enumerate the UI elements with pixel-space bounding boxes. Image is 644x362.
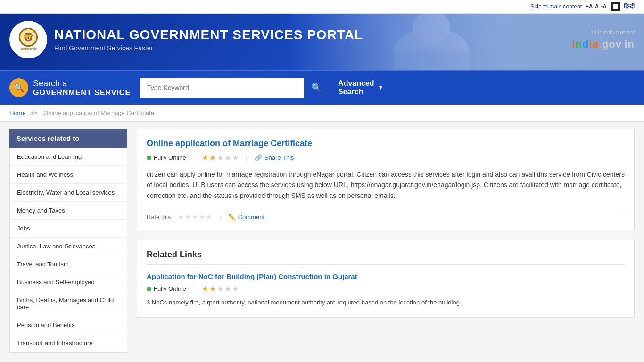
main-layout: Services related to Education and Learni… bbox=[0, 122, 644, 360]
hindi-link[interactable]: हिन्दी bbox=[624, 3, 635, 10]
breadcrumb: Home >> Online application of Marriage C… bbox=[0, 105, 644, 122]
sidebar-item-justice[interactable]: Justice, Law and Grievances bbox=[10, 238, 127, 255]
site-header: 🦁 सत्यमेव जयते NATIONAL GOVERNMENT SERVI… bbox=[0, 14, 644, 70]
related-star-3[interactable]: ★ bbox=[217, 284, 223, 293]
rate-star-5[interactable]: ★ bbox=[206, 213, 212, 221]
sidebar-item-transport[interactable]: Transport and Infrastructure bbox=[10, 334, 127, 352]
related-star-1[interactable]: ★ bbox=[202, 284, 208, 293]
sidebar-item-electricity[interactable]: Electricity, Water and Local services bbox=[10, 184, 127, 202]
header-logo-area: 🦁 सत्यमेव जयते NATIONAL GOVERNMENT SERVI… bbox=[9, 21, 363, 58]
sidebar-item-births[interactable]: Births, Deaths, Marriages and Child care bbox=[10, 291, 127, 316]
site-title-area: NATIONAL GOVERNMENT SERVICES PORTAL Find… bbox=[54, 27, 363, 52]
site-title: NATIONAL GOVERNMENT SERVICES PORTAL bbox=[54, 27, 363, 42]
rate-star-4[interactable]: ★ bbox=[199, 213, 205, 221]
related-star-5[interactable]: ★ bbox=[232, 284, 239, 293]
search-label-text: Search a GOVERNMENT SERVICE bbox=[33, 79, 131, 97]
related-item-1: Application for NoC for Building (Plan) … bbox=[147, 272, 625, 308]
related-links-title: Related Links bbox=[147, 250, 625, 265]
related-item-1-meta: Fully Online | ★ ★ ★ ★ ★ bbox=[147, 284, 625, 293]
ashoka-emblem: 🦁 bbox=[19, 28, 38, 47]
related-star-4[interactable]: ★ bbox=[224, 284, 231, 293]
status-text: Fully Online bbox=[154, 154, 186, 161]
india-gov-logo: india.gov.in bbox=[572, 38, 635, 50]
sidebar-item-health[interactable]: Health and Wellness bbox=[10, 166, 127, 184]
sidebar-item-travel[interactable]: Travel and Tourism bbox=[10, 255, 127, 273]
sidebar-list: Education and Learning Health and Wellne… bbox=[9, 148, 127, 353]
rate-star-1[interactable]: ★ bbox=[178, 213, 184, 221]
search-label-area: 🔍 Search a GOVERNMENT SERVICE bbox=[9, 78, 131, 97]
share-icon: 🔗 bbox=[255, 154, 262, 161]
search-bar: 🔍 Search a GOVERNMENT SERVICE 🔍 Advanced… bbox=[0, 70, 644, 105]
advanced-search-button[interactable]: AdvancedSearch ▼ bbox=[338, 79, 383, 96]
service-stars: ★ ★ ★ ★ ★ bbox=[202, 153, 239, 162]
sidebar-item-education[interactable]: Education and Learning bbox=[10, 148, 127, 166]
related-links-section: Related Links Application for NoC for Bu… bbox=[137, 240, 635, 318]
related-item-1-title[interactable]: Application for NoC for Building (Plan) … bbox=[147, 272, 625, 280]
sidebar-item-money[interactable]: Money and Taxes bbox=[10, 202, 127, 220]
sidebar-item-pension[interactable]: Pension and Benefits bbox=[10, 316, 127, 334]
font-normal[interactable]: A bbox=[595, 3, 599, 10]
rate-section: Rate this ★ ★ ★ ★ ★ | ✏️ Comment bbox=[147, 208, 625, 221]
related-star-2[interactable]: ★ bbox=[209, 284, 216, 293]
star-2[interactable]: ★ bbox=[209, 153, 216, 162]
star-3[interactable]: ★ bbox=[217, 153, 223, 162]
related-status-dot bbox=[147, 287, 151, 291]
related-meta-divider: | bbox=[193, 285, 195, 293]
meta-divider-2: | bbox=[246, 154, 248, 162]
search-a-text: Search a bbox=[33, 79, 131, 89]
search-button[interactable]: 🔍 bbox=[304, 78, 329, 98]
government-logo: 🦁 सत्यमेव जयते bbox=[9, 21, 47, 58]
comment-label: Comment bbox=[238, 214, 264, 221]
sidebar-item-jobs[interactable]: Jobs bbox=[10, 220, 127, 238]
header-right-logo: an initiative under india.gov.in bbox=[572, 29, 635, 50]
emblem-text: सत्यमेव जयते bbox=[21, 48, 36, 51]
sidebar-header: Services related to bbox=[9, 129, 127, 148]
status-dot-green bbox=[147, 156, 151, 160]
search-input[interactable] bbox=[140, 78, 304, 98]
advanced-search-label: AdvancedSearch bbox=[338, 79, 374, 96]
search-magnifier-icon: 🔍 bbox=[14, 82, 24, 93]
star-1[interactable]: ★ bbox=[202, 153, 208, 162]
site-subtitle: Find Government Services Faster bbox=[54, 44, 363, 52]
font-decrease[interactable]: -A bbox=[601, 3, 607, 10]
star-5[interactable]: ★ bbox=[232, 153, 239, 162]
gov-service-text: GOVERNMENT SERVICE bbox=[33, 89, 131, 97]
meta-divider-1: | bbox=[193, 154, 195, 162]
sidebar: Services related to Education and Learni… bbox=[9, 129, 127, 353]
rate-star-2[interactable]: ★ bbox=[185, 213, 191, 221]
related-status-text: Fully Online bbox=[154, 285, 186, 292]
rate-divider: | bbox=[219, 214, 221, 221]
font-increase[interactable]: +A bbox=[586, 3, 593, 10]
initiative-text: an initiative under bbox=[572, 29, 635, 36]
rate-label: Rate this bbox=[147, 214, 171, 221]
search-input-wrap: 🔍 bbox=[140, 78, 329, 98]
related-item-1-desc: 3 NoCs namely fire, airport authority, n… bbox=[147, 298, 625, 308]
comment-button[interactable]: ✏️ Comment bbox=[228, 214, 264, 221]
font-controls: +A A -A bbox=[586, 3, 607, 10]
skip-link[interactable]: Skip to main content bbox=[530, 3, 582, 10]
top-bar: Skip to main content +A A -A हिन्दी bbox=[0, 0, 644, 14]
service-card: Online application of Marriage Certifica… bbox=[137, 129, 635, 230]
breadcrumb-current: Online application of Marriage Certifica… bbox=[43, 109, 154, 116]
related-status-badge: Fully Online bbox=[147, 285, 186, 292]
status-badge: Fully Online bbox=[147, 154, 186, 161]
pencil-icon: ✏️ bbox=[228, 214, 236, 221]
service-meta: Fully Online | ★ ★ ★ ★ ★ | 🔗 Share This bbox=[147, 153, 625, 162]
main-content: Online application of Marriage Certifica… bbox=[127, 129, 635, 353]
breadcrumb-home[interactable]: Home bbox=[9, 109, 26, 116]
related-stars: ★ ★ ★ ★ ★ bbox=[202, 284, 239, 293]
breadcrumb-separator: >> bbox=[30, 109, 37, 116]
rate-star-3[interactable]: ★ bbox=[192, 213, 198, 221]
service-description: citizen can apply online for marriage re… bbox=[147, 169, 625, 201]
contrast-toggle[interactable] bbox=[611, 2, 620, 11]
chevron-down-icon: ▼ bbox=[378, 84, 384, 91]
rate-stars: ★ ★ ★ ★ ★ bbox=[178, 213, 212, 221]
share-label: Share This bbox=[264, 154, 294, 161]
search-button-icon: 🔍 bbox=[311, 82, 322, 93]
search-icon-circle: 🔍 bbox=[9, 78, 28, 97]
share-button[interactable]: 🔗 Share This bbox=[255, 154, 294, 161]
service-title[interactable]: Online application of Marriage Certifica… bbox=[147, 139, 625, 148]
sidebar-item-business[interactable]: Business and Self-employed bbox=[10, 273, 127, 291]
star-4[interactable]: ★ bbox=[224, 153, 231, 162]
